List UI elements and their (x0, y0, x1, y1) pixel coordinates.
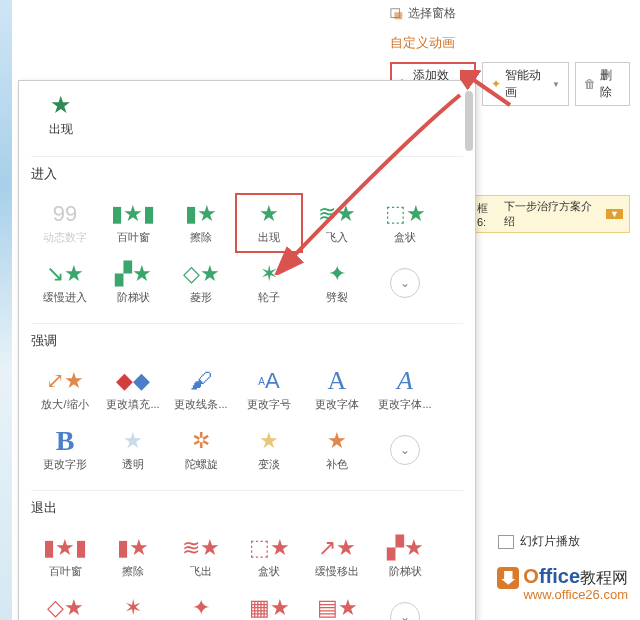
effect-cell[interactable]: ✶轮子 (99, 587, 167, 620)
effect-cell[interactable]: ⬚★盒状 (371, 193, 439, 253)
animation-list-item[interactable]: ★ 框 6: 下一步治疗方案介绍 ▼ (456, 195, 630, 233)
more-button[interactable]: ⌄ (371, 253, 439, 313)
effect-cell[interactable]: ≋★飞出 (167, 527, 235, 587)
effect-cell[interactable]: ★透明 (99, 420, 167, 480)
more-button[interactable]: ⌄ (371, 420, 439, 480)
more-button[interactable]: ⌄ (371, 587, 439, 620)
effect-cell[interactable]: B更改字形 (31, 420, 99, 480)
chevron-down-icon: ▼ (552, 80, 560, 89)
exit-grid: ▮★▮百叶窗 ▮★擦除 ≋★飞出 ⬚★盒状 ↗★缓慢移出 ▞★阶梯状 ◇★菱形 … (31, 527, 463, 620)
slideshow-icon (498, 535, 514, 549)
effect-cell[interactable]: ✲陀螺旋 (167, 420, 235, 480)
effect-cell[interactable]: 99动态数字 (31, 193, 99, 253)
watermark: Office教程网 www.office26.com (497, 565, 628, 602)
chevron-down-icon: ⌄ (390, 602, 420, 620)
custom-animation-title: 自定义动画 (390, 34, 630, 52)
effect-cell[interactable]: 🖌更改线条... (167, 360, 235, 420)
effect-cell[interactable]: A更改字体... (371, 360, 439, 420)
effect-cell[interactable]: ↘★缓慢进入 (31, 253, 99, 313)
select-pane-icon (390, 7, 404, 21)
star-icon: ★ (31, 91, 91, 119)
effect-cell-appear[interactable]: ★出现 (235, 193, 303, 253)
effect-cell[interactable]: ▮★擦除 (167, 193, 235, 253)
section-emphasis: 强调 (31, 332, 463, 350)
chevron-down-icon[interactable]: ▼ (606, 209, 623, 219)
svg-rect-1 (394, 12, 402, 19)
select-pane-label: 选择窗格 (408, 5, 456, 22)
effects-popup: ★ 出现 进入 99动态数字 ▮★▮百叶窗 ▮★擦除 ★出现 ≋★飞入 ⬚★盒状… (18, 80, 476, 620)
effect-cell[interactable]: ▞★阶梯状 (371, 527, 439, 587)
effect-cell[interactable]: ≋★飞入 (303, 193, 371, 253)
effect-cell[interactable]: ◇★菱形 (31, 587, 99, 620)
effect-cell[interactable]: ▮★▮百叶窗 (99, 193, 167, 253)
effect-cell[interactable]: ★变淡 (235, 420, 303, 480)
smart-animation-button[interactable]: ✦ 智能动画 ▼ (482, 62, 568, 106)
effect-cell[interactable]: ↗★缓慢移出 (303, 527, 371, 587)
effect-cell[interactable]: ◇★菱形 (167, 253, 235, 313)
select-pane-link[interactable]: 选择窗格 (390, 5, 630, 22)
effect-cell[interactable]: ▞★阶梯状 (99, 253, 167, 313)
item-prefix: 框 6: (477, 201, 500, 228)
scroll-thumb[interactable] (465, 91, 473, 151)
section-exit: 退出 (31, 499, 463, 517)
effect-cell[interactable]: ✦劈裂 (167, 587, 235, 620)
effect-cell[interactable]: ▦★棋盘 (235, 587, 303, 620)
scrollbar[interactable] (465, 91, 473, 614)
effect-cell[interactable]: AA更改字号 (235, 360, 303, 420)
recent-label: 出现 (31, 121, 91, 138)
section-enter: 进入 (31, 165, 463, 183)
delete-label: 删除 (600, 67, 621, 101)
item-text: 下一步治疗方案介绍 (504, 199, 602, 229)
effect-cell[interactable]: ✦劈裂 (303, 253, 371, 313)
chevron-down-icon: ⌄ (390, 268, 420, 298)
effect-cell[interactable]: ✶轮子 (235, 253, 303, 313)
effect-cell[interactable]: ▮★擦除 (99, 527, 167, 587)
emphasis-grid: ⤢★放大/缩小 ◆◆更改填充... 🖌更改线条... AA更改字号 A更改字体 … (31, 360, 463, 480)
chevron-down-icon: ⌄ (390, 435, 420, 465)
slideshow-label: 幻灯片播放 (520, 533, 580, 550)
slideshow-button[interactable]: 幻灯片播放 (498, 533, 580, 550)
delete-button[interactable]: 🗑 删除 (575, 62, 630, 106)
effect-cell[interactable]: ★补色 (303, 420, 371, 480)
effect-cell[interactable]: ⤢★放大/缩小 (31, 360, 99, 420)
smart-anim-label: 智能动画 (505, 67, 548, 101)
enter-grid: 99动态数字 ▮★▮百叶窗 ▮★擦除 ★出现 ≋★飞入 ⬚★盒状 ↘★缓慢进入 … (31, 193, 463, 313)
watermark-url: www.office26.com (497, 587, 628, 602)
effect-cell[interactable]: ⬚★盒状 (235, 527, 303, 587)
effect-cell[interactable]: ◆◆更改填充... (99, 360, 167, 420)
effect-cell[interactable]: ▤★切出 (303, 587, 371, 620)
effect-cell[interactable]: A更改字体 (303, 360, 371, 420)
effect-cell[interactable]: ▮★▮百叶窗 (31, 527, 99, 587)
recent-effect[interactable]: ★ 出现 (31, 91, 91, 138)
logo-icon (497, 567, 519, 589)
